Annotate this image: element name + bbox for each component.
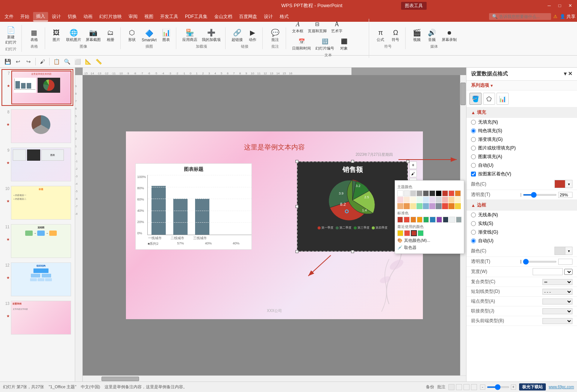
normal-view-button[interactable] — [448, 384, 454, 390]
color-cell[interactable] — [436, 190, 442, 196]
color-cell[interactable] — [410, 203, 416, 209]
std-color-1[interactable] — [397, 217, 403, 223]
share-button[interactable]: 👤 共享 — [560, 14, 575, 20]
color-cell[interactable] — [455, 190, 461, 196]
std-color-9[interactable] — [449, 217, 455, 223]
screenshot-button[interactable]: 📷 屏幕截图 — [84, 27, 102, 43]
color-cell[interactable] — [404, 197, 410, 203]
menu-devtools[interactable]: 开发工具 — [157, 12, 181, 21]
border-solid-radio[interactable] — [471, 221, 476, 226]
tab-paint-bucket[interactable]: 🪣 — [469, 93, 482, 105]
new-slide-button[interactable]: 📄 新建幻灯片 — [4, 25, 18, 46]
menu-slideshow[interactable]: 幻灯片放映 — [96, 12, 125, 21]
table-button[interactable]: ▦ 表格 — [27, 27, 41, 43]
slide-item-13[interactable]: 13 ★ 设置举例 文字内容文字内容 — [2, 300, 73, 336]
recent-color-3[interactable] — [411, 230, 417, 236]
slide-thumb-9[interactable]: 图表 — [11, 148, 71, 181]
tab-pentagon[interactable]: ⬠ — [483, 93, 495, 105]
color-cell[interactable] — [397, 197, 403, 203]
slide-item-7[interactable]: 7 ★ 这里是举例文本内容 — [2, 69, 73, 106]
border-transparency-slider[interactable] — [523, 261, 557, 262]
border-auto-radio[interactable] — [471, 238, 476, 243]
tb-btn-1[interactable]: 📋 — [52, 57, 61, 66]
slide-item-12[interactable]: 12 ★ 组织结构 — [2, 261, 73, 297]
color-cell[interactable] — [442, 197, 448, 203]
std-color-7[interactable] — [436, 217, 442, 223]
color-cell[interactable] — [442, 190, 448, 196]
color-cell[interactable] — [429, 203, 435, 209]
tb-btn-2[interactable]: 🔍 — [62, 57, 71, 66]
watermark-url[interactable]: www.69pc.com — [549, 385, 574, 389]
menu-jinshan[interactable]: 金山文档 — [211, 12, 235, 21]
menu-review[interactable]: 审阅 — [126, 12, 141, 21]
slide-thumb-7[interactable]: 这里是举例文本内容 — [11, 71, 71, 104]
std-color-6[interactable] — [430, 217, 435, 223]
color-cell[interactable] — [416, 203, 423, 209]
join-type-select[interactable] — [542, 308, 572, 314]
object-button[interactable]: ⬛ 对象 — [337, 36, 351, 52]
fill-picture-radio[interactable] — [471, 146, 476, 151]
handle-tl[interactable] — [295, 160, 298, 163]
border-gradient-radio[interactable] — [471, 230, 476, 235]
slide-sorter-button[interactable] — [456, 384, 462, 390]
std-color-8[interactable] — [443, 217, 448, 223]
menu-start[interactable]: 开始 — [17, 12, 32, 21]
handle-bm[interactable] — [351, 250, 354, 253]
color-cell[interactable] — [423, 197, 429, 203]
menu-design[interactable]: 设计 — [49, 12, 64, 21]
tab-chart[interactable]: 📊 — [497, 93, 509, 105]
series-options-label[interactable]: 系列选项 — [471, 82, 489, 89]
scrollbar-horizontal[interactable] — [83, 375, 466, 381]
menu-pdf[interactable]: PDF工具集 — [182, 12, 211, 21]
slide-thumb-8[interactable] — [11, 109, 71, 143]
format-painter-button[interactable]: 🖌 — [38, 57, 47, 66]
color-cell[interactable] — [410, 197, 416, 203]
search-input[interactable] — [499, 14, 548, 19]
color-cell[interactable] — [448, 197, 454, 203]
fill-transparency-input[interactable] — [558, 192, 572, 198]
backup-button[interactable]: 备份 — [426, 384, 434, 390]
fill-color-picker[interactable]: ▾ — [554, 180, 572, 188]
color-cell[interactable] — [416, 190, 423, 196]
reading-view-button[interactable] — [463, 384, 469, 390]
border-color-dropdown-icon[interactable]: ▾ — [565, 247, 572, 255]
color-cell[interactable] — [448, 190, 454, 196]
zoom-in-button[interactable]: + — [511, 384, 516, 390]
handle-ml[interactable] — [295, 205, 298, 208]
comment-status-button[interactable]: 批注 — [437, 384, 445, 390]
smartart-button[interactable]: 🔷 SmartArt — [140, 28, 158, 43]
maximize-button[interactable]: □ — [556, 2, 563, 9]
chart-button[interactable]: 📊 图表 — [159, 27, 173, 43]
fill-gradient-radio[interactable] — [471, 137, 476, 142]
screenrecord-button[interactable]: ⏺ 屏幕录制 — [440, 27, 458, 43]
audio-button[interactable]: 🔊 音频 — [425, 27, 439, 43]
color-cell[interactable] — [455, 197, 461, 203]
handle-bl[interactable] — [295, 250, 298, 253]
slide-thumb-11[interactable]: 流程图 → → — [11, 224, 71, 258]
slide-thumb-12[interactable]: 组织结构 — [11, 262, 71, 296]
menu-animation[interactable]: 动画 — [80, 12, 95, 21]
color-cell[interactable] — [410, 190, 416, 196]
border-width-unit[interactable] — [564, 269, 572, 275]
color-cell[interactable] — [455, 203, 461, 209]
menu-format[interactable]: 格式 — [277, 12, 292, 21]
header-footer-button[interactable]: ⊟ 页眉和页脚 — [306, 19, 328, 35]
color-cell[interactable] — [442, 203, 448, 209]
color-cell[interactable] — [416, 197, 423, 203]
close-button[interactable]: ✕ — [566, 2, 574, 9]
chart-brush-button[interactable]: 🖌 — [409, 170, 417, 177]
symbol-button[interactable]: Ω 符号 — [389, 27, 402, 43]
wordart-button[interactable]: Ａ 艺术字 — [330, 19, 344, 35]
color-cell[interactable] — [397, 190, 403, 196]
slide-item-8[interactable]: 8 ★ — [2, 108, 73, 144]
handle-tm[interactable] — [351, 160, 354, 163]
recent-color-4[interactable] — [418, 230, 424, 236]
fill-pattern-radio[interactable] — [471, 154, 476, 159]
dash-type-select[interactable]: - - - — [542, 289, 572, 295]
tb-btn-5[interactable]: 📏 — [94, 57, 103, 66]
fill-solid-radio[interactable] — [471, 128, 476, 133]
eyedropper-button[interactable]: 💉 取色器 — [397, 244, 462, 251]
fill-none-radio[interactable] — [471, 120, 476, 125]
fill-transparency-slider[interactable] — [523, 194, 557, 196]
recent-color-2[interactable] — [404, 230, 410, 236]
